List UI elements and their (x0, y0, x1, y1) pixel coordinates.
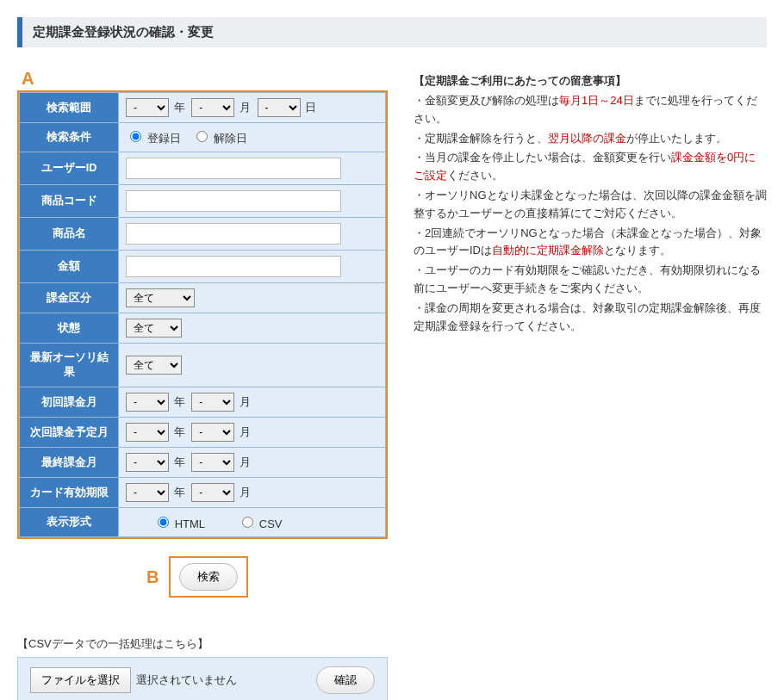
csv-upload-box: ファイルを選択 選択されていません 確認 (17, 657, 388, 700)
status-select[interactable]: 全て (126, 319, 182, 338)
radio-register-date[interactable] (130, 131, 141, 142)
radio-html[interactable] (158, 517, 169, 528)
radio-csv[interactable] (242, 517, 253, 528)
label-last-month: 最終課金月 (20, 448, 119, 478)
page-title-bar: 定期課金登録状況の確認・変更 (17, 17, 767, 47)
search-button[interactable]: 検索 (179, 563, 238, 591)
note-line: ・2回連続でオーソリNGとなった場合（未課金となった場合）、対象のユーザーIDは… (414, 225, 767, 261)
charge-class-select[interactable]: 全て (126, 288, 195, 307)
label-card-exp: カード有効期限 (20, 478, 119, 508)
label-first-month: 初回課金月 (20, 387, 119, 418)
label-product-code: 商品コード (20, 185, 119, 218)
label-charge-class: 課金区分 (20, 283, 119, 313)
user-id-input[interactable] (126, 158, 341, 179)
radio-register-date-label[interactable]: 登録日 (126, 132, 184, 145)
label-amount: 金額 (20, 251, 119, 283)
radio-html-label[interactable]: HTML (153, 517, 208, 530)
note-line: ・課金の周期を変更される場合は、対象取引の定期課金解除後、再度定期課金登録を行っ… (414, 300, 767, 336)
first-month-month-select[interactable]: - (191, 393, 234, 412)
label-auth-result: 最新オーソリ結果 (20, 344, 119, 387)
first-month-year-select[interactable]: - (126, 393, 169, 412)
notes-title: 【定期課金ご利用にあたっての留意事項】 (414, 73, 767, 89)
product-code-input[interactable] (126, 190, 341, 212)
note-line: ・金額変更及び解除の処理は毎月1日～24日までに処理を行ってください。 (414, 92, 767, 128)
note-line: ・オーソリNGとなり未課金となった場合は、次回以降の課金金額を調整するかユーザー… (414, 187, 767, 223)
search-form-panel: 検索範囲 - 年 - 月 - 日 検索条件 (17, 90, 388, 539)
search-range-year-select[interactable]: - (126, 98, 169, 117)
next-month-year-select[interactable]: - (126, 423, 169, 442)
notes-panel: 【定期課金ご利用にあたっての留意事項】 ・金額変更及び解除の処理は毎月1日～24… (414, 69, 767, 337)
label-search-cond: 検索条件 (20, 123, 119, 152)
auth-result-select[interactable]: 全て (126, 356, 182, 375)
search-range-month-select[interactable]: - (191, 98, 234, 117)
page-title: 定期課金登録状況の確認・変更 (33, 24, 756, 40)
label-view-format: 表示形式 (20, 508, 119, 537)
label-status: 状態 (20, 313, 119, 344)
no-file-text: 選択されていません (136, 672, 237, 688)
unit-day: 日 (305, 101, 316, 114)
note-line: ・ユーザーのカード有効期限をご確認いただき、有効期限切れになる前にユーザーへ変更… (414, 262, 767, 298)
confirm-button[interactable]: 確認 (316, 666, 375, 694)
label-product-name: 商品名 (20, 218, 119, 251)
csv-section-title: 【CSVデータでの一括処理はこちら】 (17, 636, 388, 652)
amount-input[interactable] (126, 256, 341, 277)
product-name-input[interactable] (126, 223, 341, 245)
last-month-month-select[interactable]: - (191, 453, 234, 472)
label-user-id: ユーザーID (20, 152, 119, 185)
search-range-day-select[interactable]: - (258, 98, 301, 117)
card-exp-month-select[interactable]: - (191, 483, 234, 502)
label-next-month: 次回課金予定月 (20, 418, 119, 448)
radio-cancel-date-label[interactable]: 解除日 (192, 132, 247, 145)
last-month-year-select[interactable]: - (126, 453, 169, 472)
unit-year: 年 (174, 101, 185, 114)
next-month-month-select[interactable]: - (191, 423, 234, 442)
callout-b: B (146, 567, 159, 587)
unit-month: 月 (240, 101, 251, 114)
callout-a: A (22, 69, 388, 89)
radio-cancel-date[interactable] (196, 131, 208, 142)
choose-file-button[interactable]: ファイルを選択 (30, 667, 131, 693)
label-search-range: 検索範囲 (20, 93, 119, 123)
card-exp-year-select[interactable]: - (126, 483, 169, 502)
search-button-highlight: 検索 (169, 556, 248, 598)
radio-csv-label[interactable]: CSV (238, 517, 282, 530)
note-line: ・当月の課金を停止したい場合は、金額変更を行い課金金額を0円にご設定ください。 (414, 149, 767, 185)
note-line: ・定期課金解除を行うと、翌月以降の課金が停止いたします。 (414, 130, 767, 148)
